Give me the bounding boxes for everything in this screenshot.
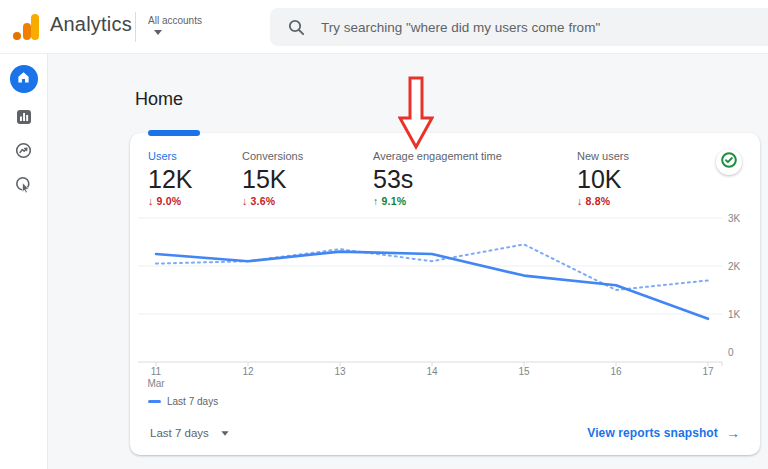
explore-trend-icon <box>15 142 32 163</box>
metric-label: Conversions <box>242 150 373 162</box>
right-arrow-icon: → <box>726 425 740 441</box>
metric-value: 53s <box>373 166 577 192</box>
metric-avg-engagement-time[interactable]: Average engagement time 53s ↑ 9.1% <box>373 150 577 207</box>
svg-text:14: 14 <box>426 366 438 377</box>
metric-label: Average engagement time <box>373 150 577 162</box>
card-footer: Last 7 days View reports snapshot → <box>130 411 760 455</box>
sidebar-item-advertising[interactable] <box>15 178 32 195</box>
svg-text:16: 16 <box>610 366 622 377</box>
target-cursor-icon <box>15 176 32 197</box>
svg-text:17: 17 <box>702 366 714 377</box>
date-range-selector[interactable]: Last 7 days <box>150 427 229 439</box>
view-reports-snapshot-link[interactable]: View reports snapshot → <box>587 425 740 441</box>
svg-text:Mar: Mar <box>147 378 165 389</box>
metric-conversions[interactable]: Conversions 15K ↓ 3.6% <box>242 150 373 207</box>
svg-text:12: 12 <box>242 366 254 377</box>
date-range-label: Last 7 days <box>150 427 209 439</box>
account-switcher-label: All accounts <box>148 15 202 26</box>
svg-text:3K: 3K <box>728 213 741 224</box>
chart-legend: Last 7 days <box>148 396 218 407</box>
google-analytics-logo-icon[interactable] <box>13 14 40 40</box>
chevron-down-icon <box>154 30 162 35</box>
metric-users[interactable]: Users 12K ↓ 9.0% <box>148 150 242 207</box>
home-icon <box>16 70 31 89</box>
bar-chart-icon <box>16 109 32 129</box>
users-trend-chart[interactable]: 3K2K1K011121314151617Mar <box>130 203 760 393</box>
sidebar-item-reports[interactable] <box>15 110 32 127</box>
svg-text:13: 13 <box>334 366 346 377</box>
metric-value: 10K <box>577 166 629 192</box>
search-bar[interactable] <box>270 8 768 46</box>
svg-text:1K: 1K <box>728 309 741 320</box>
topbar-divider <box>135 12 136 42</box>
metric-label: Users <box>148 150 242 162</box>
search-input[interactable] <box>319 19 743 36</box>
sidebar-item-explore[interactable] <box>15 144 32 161</box>
svg-text:2K: 2K <box>728 261 741 272</box>
home-overview-card: Users 12K ↓ 9.0% Conversions 15K ↓ 3.6% … <box>130 133 760 455</box>
data-quality-badge[interactable] <box>716 149 742 175</box>
metrics-row: Users 12K ↓ 9.0% Conversions 15K ↓ 3.6% … <box>148 150 696 207</box>
legend-label: Last 7 days <box>167 396 218 407</box>
search-icon <box>288 19 305 36</box>
chevron-down-icon <box>221 431 228 436</box>
account-switcher[interactable]: All accounts <box>148 15 202 35</box>
left-nav-rail <box>0 53 48 469</box>
metric-new-users[interactable]: New users 10K ↓ 8.8% <box>577 150 629 207</box>
svg-text:11: 11 <box>151 366 162 377</box>
svg-text:0: 0 <box>728 347 734 358</box>
sidebar-item-home[interactable] <box>10 65 38 93</box>
top-app-bar: Analytics All accounts <box>0 0 768 54</box>
svg-text:15: 15 <box>518 366 530 377</box>
metric-value: 12K <box>148 166 242 192</box>
check-circle-icon <box>719 150 739 174</box>
analytics-home-page: Analytics All accounts <box>0 0 768 469</box>
metric-label: New users <box>577 150 629 162</box>
page-title: Home <box>135 89 183 110</box>
legend-line-swatch <box>148 400 161 403</box>
app-title: Analytics <box>50 13 132 36</box>
metric-value: 15K <box>242 166 373 192</box>
active-tab-indicator <box>148 130 200 136</box>
